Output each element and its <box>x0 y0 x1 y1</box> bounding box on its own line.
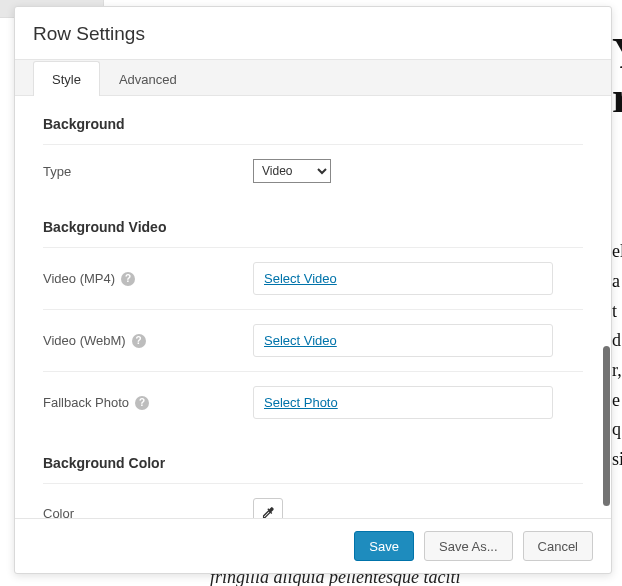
select-photo-box[interactable]: Select Photo <box>253 386 553 419</box>
help-icon[interactable]: ? <box>132 334 146 348</box>
modal-body[interactable]: Background Type Video Background Video V… <box>15 96 611 518</box>
section-background-color: Background Color Color <box>15 439 611 518</box>
eyedropper-icon <box>260 505 276 518</box>
field-video-webm: Video (WebM) ? Select Video <box>43 310 583 372</box>
tab-label: Advanced <box>119 72 177 87</box>
button-label: Cancel <box>538 539 578 554</box>
label-text: Video (MP4) <box>43 271 115 286</box>
field-fallback-photo: Fallback Photo ? Select Photo <box>43 372 583 433</box>
label-text: Fallback Photo <box>43 395 129 410</box>
select-video-webm-box[interactable]: Select Video <box>253 324 553 357</box>
button-label: Save As... <box>439 539 498 554</box>
tabs-bar: Style Advanced <box>15 59 611 96</box>
row-settings-modal: Row Settings Style Advanced Background T… <box>14 6 612 574</box>
section-background-video: Background Video Video (MP4) ? Select Vi… <box>15 203 611 439</box>
scrollbar-thumb[interactable] <box>603 346 610 506</box>
section-heading-background: Background <box>43 110 583 145</box>
save-as-button[interactable]: Save As... <box>424 531 513 561</box>
select-video-link: Select Video <box>264 271 337 286</box>
backdrop-line: d <box>612 326 622 356</box>
backdrop-line: e <box>612 386 622 416</box>
select-video-mp4-box[interactable]: Select Video <box>253 262 553 295</box>
field-label-fallback: Fallback Photo ? <box>43 395 253 410</box>
backdrop-line: si <box>612 445 622 475</box>
field-label-color: Color <box>43 506 253 519</box>
help-icon[interactable]: ? <box>135 396 149 410</box>
modal-footer: Save Save As... Cancel <box>15 518 611 573</box>
modal-title: Row Settings <box>33 23 593 45</box>
backdrop-line: r, <box>612 356 622 386</box>
field-control-color <box>253 498 583 518</box>
select-video-link: Select Video <box>264 333 337 348</box>
color-picker-button[interactable] <box>253 498 283 518</box>
type-select[interactable]: Video <box>253 159 331 183</box>
backdrop-line: q <box>612 415 622 445</box>
section-background: Background Type Video <box>15 100 611 203</box>
tab-style[interactable]: Style <box>33 61 100 96</box>
backdrop-serif-fragment: ru <box>612 74 622 118</box>
help-icon[interactable]: ? <box>121 272 135 286</box>
modal-header: Row Settings <box>15 7 611 59</box>
section-heading-bg-color: Background Color <box>43 449 583 484</box>
backdrop-line: t <box>612 297 622 327</box>
label-text: Color <box>43 506 74 519</box>
field-video-mp4: Video (MP4) ? Select Video <box>43 248 583 310</box>
field-type: Type Video <box>43 145 583 197</box>
section-heading-bg-video: Background Video <box>43 213 583 248</box>
button-label: Save <box>369 539 399 554</box>
select-photo-link: Select Photo <box>264 395 338 410</box>
backdrop-right-text: Y ru el a t d r, e q si <box>612 30 622 586</box>
backdrop-line: el <box>612 237 622 267</box>
field-color: Color <box>43 484 583 518</box>
field-label-type: Type <box>43 164 253 179</box>
backdrop-line: a <box>612 267 622 297</box>
cancel-button[interactable]: Cancel <box>523 531 593 561</box>
field-control-mp4: Select Video <box>253 262 583 295</box>
field-control-fallback: Select Photo <box>253 386 583 419</box>
backdrop-serif-fragment: Y <box>612 30 622 74</box>
field-control-webm: Select Video <box>253 324 583 357</box>
tab-advanced[interactable]: Advanced <box>100 61 196 96</box>
field-label-webm: Video (WebM) ? <box>43 333 253 348</box>
save-button[interactable]: Save <box>354 531 414 561</box>
label-text: Type <box>43 164 71 179</box>
tab-label: Style <box>52 72 81 87</box>
label-text: Video (WebM) <box>43 333 126 348</box>
field-label-mp4: Video (MP4) ? <box>43 271 253 286</box>
field-control-type: Video <box>253 159 583 183</box>
